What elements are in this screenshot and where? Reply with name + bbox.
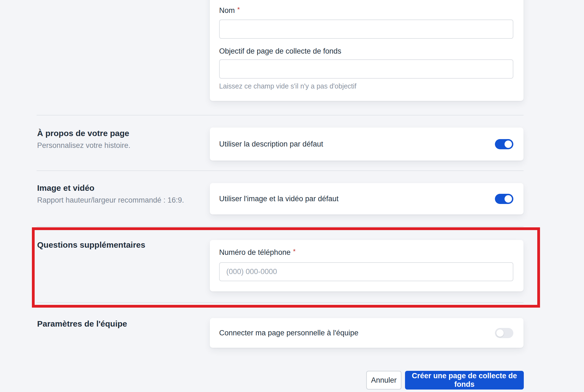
section-subtitle-media: Rapport hauteur/largeur recommandé : 16:… <box>37 195 184 205</box>
toggle-knob <box>505 195 512 203</box>
fundraiser-create-page: { "colors": { "page_bg": "#f4f5f8", "acc… <box>0 0 584 392</box>
team-connect-card: Connecter ma page personnelle à l'équipe <box>210 318 524 348</box>
toggle-knob <box>496 329 504 337</box>
goal-input[interactable] <box>219 59 513 79</box>
section-divider <box>37 115 524 115</box>
required-asterisk: * <box>293 248 296 255</box>
required-asterisk: * <box>237 6 240 13</box>
team-connect-toggle[interactable] <box>495 328 513 338</box>
section-title-about: À propos de votre page <box>37 128 129 139</box>
phone-input[interactable] <box>219 262 513 281</box>
create-fundraising-page-button[interactable]: Créer une page de collecte de fonds <box>405 371 524 390</box>
goal-helper-text: Laissez ce champ vide s'il n'y a pas d'o… <box>219 81 356 91</box>
cancel-button[interactable]: Annuler <box>366 371 401 390</box>
default-description-card: Utiliser la description par défaut <box>210 128 524 161</box>
default-media-card: Utiliser l'image et la vidéo par défaut <box>210 183 524 214</box>
name-field-label-text: Nom <box>219 6 235 15</box>
team-connect-label: Connecter ma page personnelle à l'équipe <box>219 329 359 337</box>
name-field-label: Nom* <box>219 5 240 16</box>
page-details-card: Nom* Objectif de page de collecte de fon… <box>210 0 524 101</box>
default-description-toggle[interactable] <box>495 139 513 149</box>
section-divider <box>37 170 524 171</box>
default-description-label: Utiliser la description par défaut <box>219 140 323 148</box>
goal-field-label-text: Objectif de page de collecte de fonds <box>219 47 341 55</box>
section-divider <box>37 302 524 303</box>
default-media-label: Utiliser l'image et la vidéo par défaut <box>219 195 338 203</box>
section-title-team: Paramètres de l'équipe <box>37 318 127 330</box>
name-input[interactable] <box>219 20 513 39</box>
goal-field-label: Objectif de page de collecte de fonds <box>219 46 341 56</box>
phone-field-label: Numéro de téléphone* <box>219 247 296 258</box>
section-subtitle-about: Personnalisez votre histoire. <box>37 140 130 151</box>
default-media-toggle[interactable] <box>495 194 513 204</box>
phone-question-card: Numéro de téléphone* <box>210 240 524 291</box>
phone-field-label-text: Numéro de téléphone <box>219 248 291 256</box>
section-divider <box>37 226 524 227</box>
section-title-media: Image et vidéo <box>37 182 94 194</box>
toggle-knob <box>505 140 512 148</box>
section-title-questions: Questions supplémentaires <box>37 239 145 251</box>
